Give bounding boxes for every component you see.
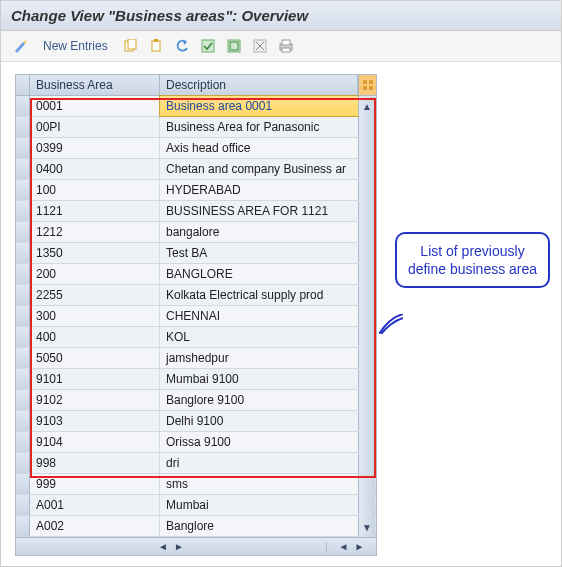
table-row[interactable]: 0001Business area 0001 bbox=[16, 96, 376, 117]
cell-business-area[interactable]: 9104 bbox=[30, 432, 160, 452]
cell-business-area[interactable]: 9101 bbox=[30, 369, 160, 389]
table-row[interactable]: 1350Test BA bbox=[16, 243, 376, 264]
row-selector[interactable] bbox=[16, 306, 30, 326]
table-row[interactable]: 9102Banglore 9100 bbox=[16, 390, 376, 411]
row-selector[interactable] bbox=[16, 327, 30, 347]
row-selector[interactable] bbox=[16, 474, 30, 494]
cell-business-area[interactable]: 999 bbox=[30, 474, 160, 494]
table-row[interactable]: 100HYDERABAD bbox=[16, 180, 376, 201]
cell-description[interactable]: bangalore bbox=[160, 222, 358, 242]
row-selector[interactable] bbox=[16, 243, 30, 263]
hscroll-main[interactable]: ◄ ► bbox=[16, 542, 326, 552]
cell-business-area[interactable]: A002 bbox=[30, 516, 160, 536]
cell-business-area[interactable]: 1121 bbox=[30, 201, 160, 221]
cell-description[interactable]: Business area 0001 bbox=[160, 96, 358, 116]
cell-description[interactable]: Orissa 9100 bbox=[160, 432, 358, 452]
row-selector[interactable] bbox=[16, 348, 30, 368]
row-selector[interactable] bbox=[16, 285, 30, 305]
table-row[interactable]: A001Mumbai bbox=[16, 495, 376, 516]
row-selector[interactable] bbox=[16, 159, 30, 179]
cell-description[interactable]: Mumbai 9100 bbox=[160, 369, 358, 389]
row-selector[interactable] bbox=[16, 264, 30, 284]
scroll-right-icon[interactable]: ► bbox=[174, 542, 184, 552]
table-row[interactable]: 0399Axis head office bbox=[16, 138, 376, 159]
scroll-left-icon[interactable]: ◄ bbox=[158, 542, 168, 552]
row-selector[interactable] bbox=[16, 390, 30, 410]
cell-business-area[interactable]: 9102 bbox=[30, 390, 160, 410]
cell-description[interactable]: jamshedpur bbox=[160, 348, 358, 368]
copy-icon[interactable] bbox=[120, 37, 140, 55]
table-row[interactable]: 00PIBusiness Area for Panasonic bbox=[16, 117, 376, 138]
cell-business-area[interactable]: 998 bbox=[30, 453, 160, 473]
cell-description[interactable]: BUSSINESS AREA FOR 1121 bbox=[160, 201, 358, 221]
cell-business-area[interactable]: 300 bbox=[30, 306, 160, 326]
select-all-icon[interactable] bbox=[198, 37, 218, 55]
hscroll-aux[interactable]: ◄ ► bbox=[326, 542, 376, 552]
table-row[interactable]: 999sms bbox=[16, 474, 376, 495]
cell-description[interactable]: Business Area for Panasonic bbox=[160, 117, 358, 137]
table-row[interactable]: 9101Mumbai 9100 bbox=[16, 369, 376, 390]
cell-business-area[interactable]: A001 bbox=[30, 495, 160, 515]
cell-description[interactable]: Test BA bbox=[160, 243, 358, 263]
cell-description[interactable]: Kolkata Electrical supply prod bbox=[160, 285, 358, 305]
new-entries-button[interactable]: New Entries bbox=[37, 37, 114, 55]
cell-business-area[interactable]: 200 bbox=[30, 264, 160, 284]
cell-business-area[interactable]: 0001 bbox=[30, 96, 160, 116]
row-selector[interactable] bbox=[16, 516, 30, 536]
table-row[interactable]: 9104Orissa 9100 bbox=[16, 432, 376, 453]
table-row[interactable]: 9103Delhi 9100 bbox=[16, 411, 376, 432]
row-selector[interactable] bbox=[16, 180, 30, 200]
table-row[interactable]: 5050jamshedpur bbox=[16, 348, 376, 369]
scroll-right-aux-icon[interactable]: ► bbox=[355, 542, 365, 552]
select-all-header[interactable] bbox=[16, 75, 30, 95]
cell-business-area[interactable]: 9103 bbox=[30, 411, 160, 431]
cell-description[interactable]: HYDERABAD bbox=[160, 180, 358, 200]
vertical-scrollbar[interactable]: ▲ ▼ bbox=[359, 97, 375, 537]
row-selector[interactable] bbox=[16, 453, 30, 473]
column-settings-icon[interactable] bbox=[358, 75, 376, 95]
table-row[interactable]: 998dri bbox=[16, 453, 376, 474]
cell-business-area[interactable]: 00PI bbox=[30, 117, 160, 137]
column-header-code[interactable]: Business Area bbox=[30, 75, 160, 95]
table-row[interactable]: 1121BUSSINESS AREA FOR 1121 bbox=[16, 201, 376, 222]
select-block-icon[interactable] bbox=[224, 37, 244, 55]
cell-description[interactable]: BANGLORE bbox=[160, 264, 358, 284]
row-selector[interactable] bbox=[16, 369, 30, 389]
paste-icon[interactable] bbox=[146, 37, 166, 55]
row-selector[interactable] bbox=[16, 495, 30, 515]
cell-business-area[interactable]: 1212 bbox=[30, 222, 160, 242]
row-selector[interactable] bbox=[16, 96, 30, 116]
cell-description[interactable]: sms bbox=[160, 474, 358, 494]
cell-description[interactable]: dri bbox=[160, 453, 358, 473]
row-selector[interactable] bbox=[16, 411, 30, 431]
column-header-desc[interactable]: Description bbox=[160, 75, 358, 95]
cell-business-area[interactable]: 0400 bbox=[30, 159, 160, 179]
cell-description[interactable]: Banglore 9100 bbox=[160, 390, 358, 410]
cell-business-area[interactable]: 1350 bbox=[30, 243, 160, 263]
table-row[interactable]: 300CHENNAI bbox=[16, 306, 376, 327]
scroll-down-icon[interactable]: ▼ bbox=[362, 522, 372, 533]
cell-description[interactable]: Chetan and company Business ar bbox=[160, 159, 358, 179]
cell-description[interactable]: Delhi 9100 bbox=[160, 411, 358, 431]
table-row[interactable]: A002Banglore bbox=[16, 516, 376, 537]
print-icon[interactable] bbox=[276, 37, 296, 55]
undo-icon[interactable] bbox=[172, 37, 192, 55]
cell-business-area[interactable]: 0399 bbox=[30, 138, 160, 158]
table-row[interactable]: 1212bangalore bbox=[16, 222, 376, 243]
cell-description[interactable]: Mumbai bbox=[160, 495, 358, 515]
cell-business-area[interactable]: 400 bbox=[30, 327, 160, 347]
row-selector[interactable] bbox=[16, 222, 30, 242]
row-selector[interactable] bbox=[16, 432, 30, 452]
row-selector[interactable] bbox=[16, 201, 30, 221]
wand-icon[interactable] bbox=[11, 37, 31, 55]
table-row[interactable]: 200BANGLORE bbox=[16, 264, 376, 285]
row-selector[interactable] bbox=[16, 138, 30, 158]
scroll-up-icon[interactable]: ▲ bbox=[362, 101, 372, 112]
cell-description[interactable]: Banglore bbox=[160, 516, 358, 536]
cell-business-area[interactable]: 2255 bbox=[30, 285, 160, 305]
table-row[interactable]: 0400Chetan and company Business ar bbox=[16, 159, 376, 180]
row-selector[interactable] bbox=[16, 117, 30, 137]
cell-description[interactable]: Axis head office bbox=[160, 138, 358, 158]
cell-description[interactable]: KOL bbox=[160, 327, 358, 347]
scroll-left-aux-icon[interactable]: ◄ bbox=[339, 542, 349, 552]
